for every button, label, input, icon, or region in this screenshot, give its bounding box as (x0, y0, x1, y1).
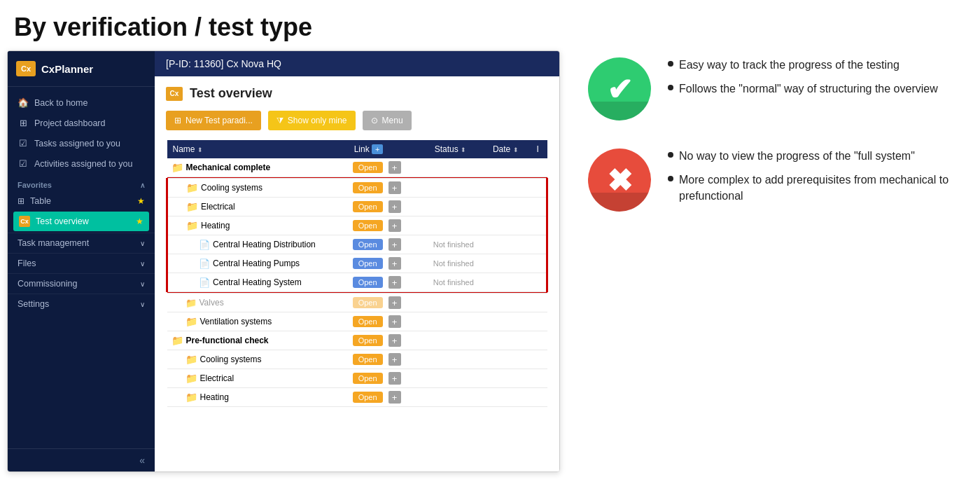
table-body: 📁 Mechanical complete Open + (167, 158, 547, 407)
open-button[interactable]: Open (353, 182, 383, 193)
sidebar-item-project-dashboard[interactable]: ⊞ Project dashboard (8, 113, 155, 133)
feature-bullet-2: Follows the "normal" way of structuring … (668, 81, 959, 97)
open-button[interactable]: Open (353, 316, 383, 327)
folder-icon: 📁 (186, 316, 197, 327)
sidebar-item-back-to-home[interactable]: 🏠 Back to home (8, 92, 155, 113)
cross-circle: ✖ (588, 149, 651, 212)
table-row: 📄 Central Heating Pumps Open + (167, 254, 547, 273)
folder-icon: 📁 (186, 354, 197, 365)
plus-button[interactable]: + (388, 181, 401, 194)
check-circle: ✔ (588, 57, 651, 120)
sidebar-item-activities[interactable]: ☑ Activities assigned to you (8, 153, 155, 174)
name-cell: 📁 Electrical (167, 198, 349, 216)
plus-button[interactable]: + (388, 296, 401, 309)
sidebar-item-test-overview[interactable]: Cx Test overview ★ (13, 212, 149, 231)
table-header-row: Name ⬍ Link + Status ⬍ Date ⬍ I (167, 140, 547, 158)
positive-feature-text: Easy way to track the progress of the te… (668, 57, 959, 106)
open-button[interactable]: Open (353, 297, 383, 308)
name-cell: 📁 Pre-functional check (167, 331, 349, 350)
plus-button[interactable]: + (388, 372, 401, 385)
plus-button[interactable]: + (388, 257, 401, 270)
open-button[interactable]: Open (353, 220, 383, 231)
sidebar-section-task-management[interactable]: Task management ∨ (8, 233, 155, 253)
name-cell: 📄 Central Heating Pumps (167, 254, 349, 273)
sort-icon-name: ⬍ (197, 146, 203, 153)
open-button[interactable]: Open (353, 335, 383, 346)
plus-button[interactable]: + (388, 238, 401, 251)
name-cell: 📁 Valves (167, 294, 349, 312)
menu-button[interactable]: ⊙ Menu (363, 111, 412, 130)
sort-icon-date: ⬍ (513, 146, 519, 153)
bullet-dot (668, 152, 673, 158)
open-button[interactable]: Open (353, 392, 383, 403)
plus-button[interactable]: + (388, 161, 401, 174)
table-row: 📁 Electrical Open + (167, 369, 547, 388)
show-only-mine-button[interactable]: ⧩ Show only mine (268, 111, 356, 130)
status-cell: Not finished (429, 254, 487, 273)
link-cell: Open + (349, 312, 416, 331)
plus-button[interactable]: + (388, 276, 401, 289)
table-row: 📁 Heating Open + (167, 216, 547, 235)
open-button[interactable]: Open (353, 258, 383, 269)
filter-icon: ⧩ (276, 116, 284, 125)
positive-feature-block: ✔ Easy way to track the progress of the … (588, 57, 959, 120)
page-title: By verification / test type (0, 0, 980, 50)
folder-icon: 📁 (172, 162, 183, 173)
open-button[interactable]: Open (353, 354, 383, 365)
name-cell: 📁 Mechanical complete (167, 158, 349, 177)
name-cell: 📄 Central Heating System (167, 273, 349, 292)
status-cell: Not finished (429, 235, 487, 254)
sidebar-section-settings[interactable]: Settings ∨ (8, 294, 155, 314)
feature-bullet-3: No way to view the progress of the "full… (668, 149, 959, 164)
folder-icon: 📁 (172, 335, 183, 346)
name-cell: 📁 Cooling systems (167, 179, 349, 198)
feature-bullet-4: More complex to add prerequisites from m… (668, 172, 959, 204)
test-overview-icon: Cx (166, 87, 183, 101)
sidebar-logo: Cx CxPlanner (8, 51, 155, 87)
sidebar-section-commissioning[interactable]: Commissioning ∨ (8, 273, 155, 294)
test-overview-title: Test overview (190, 86, 272, 101)
content-body: Cx Test overview ⊞ New Test paradi... ⧩ … (155, 76, 559, 471)
open-button[interactable]: Open (353, 239, 383, 250)
open-button[interactable]: Open (353, 201, 383, 212)
link-cell: Open + (349, 350, 416, 369)
plus-button[interactable]: + (388, 334, 401, 347)
chevron-down-icon-2: ∨ (140, 260, 145, 268)
feature-bullet-1: Easy way to track the progress of the te… (668, 57, 959, 73)
plus-button[interactable]: + (388, 353, 401, 366)
sidebar-section-favorites[interactable]: Favorites ∧ (8, 174, 155, 192)
sidebar-item-tasks[interactable]: ☑ Tasks assigned to you (8, 133, 155, 153)
collapse-sidebar-button[interactable]: « (18, 455, 145, 466)
bullet-dot (668, 85, 673, 90)
table-row: 📁 Electrical Open + (167, 198, 547, 216)
new-test-icon: ⊞ (174, 116, 181, 125)
plus-button[interactable]: + (388, 391, 401, 404)
col-empty (416, 140, 429, 158)
new-test-button[interactable]: ⊞ New Test paradi... (166, 111, 261, 130)
link-cell: Open + (349, 254, 416, 273)
table-row: 📁 Heating Open + (167, 388, 547, 407)
sidebar-section-files[interactable]: Files ∨ (8, 253, 155, 273)
table-row: 📄 Central Heating System Open + (167, 273, 547, 292)
plus-button[interactable]: + (388, 315, 401, 328)
open-button[interactable]: Open (353, 277, 383, 288)
checkbox-icon: ☑ (18, 138, 29, 149)
link-cell: Open + (349, 179, 416, 198)
table-row: 📁 Mechanical complete Open + (167, 158, 547, 177)
folder-icon-light: 📄 (199, 277, 210, 288)
name-cell: 📁 Heating (167, 216, 349, 235)
folder-icon: 📁 (186, 201, 198, 212)
folder-icon-light: 📄 (199, 259, 210, 269)
open-button[interactable]: Open (353, 373, 383, 384)
plus-button[interactable]: + (388, 200, 401, 213)
grid-icon: ⊞ (18, 118, 29, 128)
negative-bullet-1-text: No way to view the progress of the "full… (679, 149, 915, 164)
sidebar-item-table[interactable]: ⊞ Table ★ (8, 192, 155, 210)
link-cell: Open + (349, 331, 416, 350)
star-icon: ★ (137, 196, 145, 206)
table-row: 📁 Pre-functional check Open + (167, 331, 547, 350)
link-cell: Open + (349, 235, 416, 254)
plus-button[interactable]: + (388, 219, 401, 232)
cross-icon: ✖ (607, 163, 633, 198)
open-button[interactable]: Open (353, 162, 383, 173)
